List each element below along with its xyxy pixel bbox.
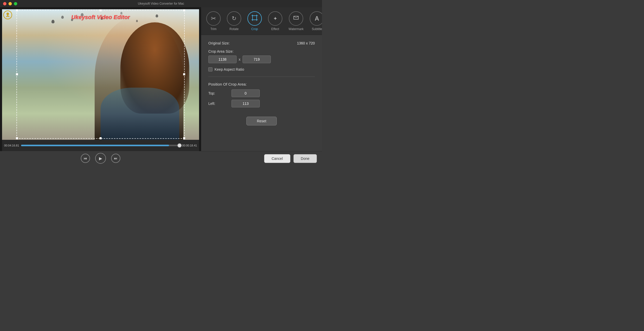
original-size-label: Original Size: bbox=[208, 41, 230, 45]
watermark-icon-wrap bbox=[289, 11, 303, 26]
rotate-icon: ↻ bbox=[232, 15, 236, 22]
section-divider bbox=[208, 77, 315, 77]
watermark-label: Watermark bbox=[289, 27, 303, 31]
left-input[interactable] bbox=[231, 100, 260, 107]
next-button[interactable]: ⏭ bbox=[111, 154, 120, 163]
tool-effect[interactable]: ✦ Effect bbox=[265, 9, 285, 33]
clothing-overlay bbox=[101, 88, 179, 140]
top-input[interactable] bbox=[231, 89, 260, 97]
rotate-label: Rotate bbox=[229, 27, 238, 31]
done-button[interactable]: Done bbox=[293, 154, 317, 163]
rotate-icon-wrap: ↻ bbox=[227, 11, 241, 26]
video-area: Ukeysoft Video Editor bbox=[2, 9, 199, 140]
crop-label: Crop bbox=[251, 27, 258, 31]
title-bar: Ukeysoft Video Converter for Mac bbox=[0, 0, 322, 7]
position-label: Position Of Crop Area: bbox=[208, 82, 247, 86]
video-overlay-title: Ukeysoft Video Editor bbox=[71, 14, 130, 21]
reset-button[interactable]: Reset bbox=[246, 117, 277, 125]
play-icon: ▶ bbox=[99, 156, 102, 161]
time-elapsed: 00:04:16.81 bbox=[4, 144, 19, 147]
crop-area-label-row: Crop Area Size: bbox=[208, 49, 315, 53]
time-remaining: 00:00:18.41 bbox=[182, 144, 197, 147]
crop-area-label: Crop Area Size: bbox=[208, 49, 234, 53]
subtitle-label: Subtitle bbox=[312, 27, 322, 31]
subtitle-icon-wrap: A bbox=[310, 11, 322, 26]
play-button[interactable]: ▶ bbox=[95, 153, 106, 164]
position-label-row: Position Of Crop Area: bbox=[208, 82, 315, 86]
crop-area-section: Crop Area Size: x bbox=[208, 49, 315, 63]
size-x-separator: x bbox=[239, 57, 240, 61]
original-size-row: Original Size: 1360 x 720 bbox=[208, 41, 315, 45]
tool-watermark[interactable]: Watermark bbox=[285, 9, 307, 33]
crop-icon-wrap bbox=[247, 11, 262, 26]
progress-fill bbox=[21, 145, 169, 146]
right-panel: ✂ Trim ↻ Rotate bbox=[201, 7, 322, 166]
progress-track[interactable] bbox=[21, 145, 180, 146]
toolbar: ✂ Trim ↻ Rotate bbox=[201, 7, 322, 35]
trim-icon-wrap: ✂ bbox=[206, 11, 221, 26]
prev-icon: ⏮ bbox=[84, 156, 87, 160]
close-button[interactable] bbox=[3, 2, 6, 5]
top-label: Top: bbox=[208, 91, 229, 95]
effect-icon-wrap: ✦ bbox=[268, 11, 282, 26]
reset-section: Reset bbox=[208, 115, 315, 125]
crop-width-input[interactable] bbox=[208, 56, 237, 63]
cancel-button[interactable]: Cancel bbox=[264, 154, 290, 163]
crop-icon bbox=[251, 14, 258, 23]
trim-label: Trim bbox=[210, 27, 217, 31]
crop-size-inputs: x bbox=[208, 56, 315, 63]
tool-subtitle[interactable]: A Subtitle bbox=[307, 9, 322, 33]
app-icon bbox=[3, 10, 12, 20]
position-grid: Top: Left: bbox=[208, 89, 315, 107]
effect-label: Effect bbox=[271, 27, 279, 31]
tool-rotate[interactable]: ↻ Rotate bbox=[224, 9, 244, 33]
balloon-2 bbox=[61, 16, 64, 19]
svg-line-5 bbox=[8, 16, 9, 17]
window-title: Ukeysoft Video Converter for Mac bbox=[138, 2, 184, 5]
subtitle-icon: A bbox=[315, 15, 319, 22]
watermark-icon bbox=[293, 15, 299, 22]
controls-area: ⏮ ▶ ⏭ bbox=[0, 151, 201, 166]
main-container: Ukeysoft Video Editor 00:04:16.81 bbox=[0, 7, 322, 166]
tool-crop[interactable]: Crop bbox=[244, 9, 265, 33]
crop-height-input[interactable] bbox=[243, 56, 271, 63]
minimize-button[interactable] bbox=[8, 2, 12, 5]
video-panel: Ukeysoft Video Editor 00:04:16.81 bbox=[0, 7, 201, 166]
window-controls bbox=[3, 2, 17, 5]
svg-point-1 bbox=[6, 13, 9, 15]
keep-aspect-checkbox[interactable] bbox=[208, 67, 212, 71]
footer-bar: Cancel Done bbox=[201, 151, 322, 166]
original-size-section: Original Size: 1360 x 720 bbox=[208, 41, 315, 45]
trim-icon: ✂ bbox=[211, 15, 216, 22]
next-icon: ⏭ bbox=[114, 156, 118, 160]
tool-trim[interactable]: ✂ Trim bbox=[203, 9, 224, 33]
progress-thumb[interactable] bbox=[177, 143, 182, 148]
svg-rect-6 bbox=[253, 16, 257, 20]
left-label: Left: bbox=[208, 102, 229, 106]
original-size-value: 1360 x 720 bbox=[297, 41, 315, 45]
effect-icon: ✦ bbox=[273, 15, 278, 22]
position-section: Position Of Crop Area: Top: Left: bbox=[208, 82, 315, 107]
settings-panel: Original Size: 1360 x 720 Crop Area Size… bbox=[201, 35, 322, 151]
keep-aspect-label: Keep Aspect Ratio bbox=[214, 67, 244, 71]
video-content: Ukeysoft Video Editor bbox=[2, 9, 199, 140]
maximize-button[interactable] bbox=[14, 2, 17, 5]
timeline-area: 00:04:16.81 00:00:18.41 bbox=[2, 140, 199, 151]
keep-aspect-row: Keep Aspect Ratio bbox=[208, 67, 315, 71]
prev-button[interactable]: ⏮ bbox=[81, 154, 90, 163]
balloon-1 bbox=[51, 20, 55, 23]
svg-line-4 bbox=[6, 16, 7, 17]
